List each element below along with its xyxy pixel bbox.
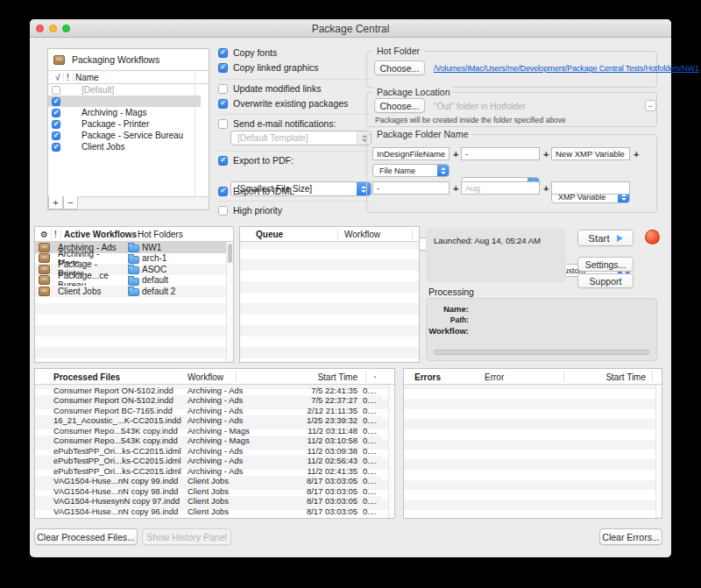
duration: 0.... [363, 395, 377, 405]
processed-file-row[interactable]: Consumer Report ON-5102.inddArchiving - … [35, 395, 382, 406]
processed-file-row[interactable]: Consumer Report ON-5102.inddArchiving - … [35, 385, 382, 395]
package-location-choose-button[interactable]: Choose... [374, 98, 425, 113]
export-idml-checkbox[interactable]: ✓ [218, 187, 228, 196]
processed-file-row[interactable]: ePubTestPP_Ori...ks-CC2015.idmlArchiving… [35, 465, 382, 476]
clear-errors-button[interactable]: Clear Errors... [599, 528, 662, 545]
column-header-start-time[interactable]: Start Time [570, 372, 646, 382]
column-header-hot-folders[interactable]: Hot Folders [138, 230, 183, 239]
copy-linked-graphics-checkbox[interactable]: ✓ [218, 63, 228, 73]
folder-icon [128, 256, 139, 264]
processed-file-row[interactable]: Consumer Report BC-7165.inddArchiving - … [35, 405, 382, 415]
update-modified-links-checkbox[interactable]: ✓ [218, 84, 228, 94]
active-workflow-row[interactable]: Package...ce Bureau default [35, 275, 226, 287]
processed-file-row[interactable]: VAG1504-Huse...nN copy 96.inddClient Job… [35, 506, 382, 516]
duration: 0.... [363, 476, 377, 485]
workflow-checkbox[interactable]: ✓ [52, 131, 60, 140]
high-priority-checkbox[interactable]: ✓ [218, 206, 228, 216]
processed-file-row[interactable]: ePubTestPP_Ori...ks-CC2015.idmlArchiving… [35, 456, 382, 466]
settings-button[interactable]: Settings... [577, 257, 634, 272]
folder-name-segment-2-input[interactable] [461, 147, 540, 160]
processed-file-row[interactable]: Consumer Repo...543K copy.inddArchiving … [35, 436, 382, 446]
processed-file-row[interactable]: VAG1504-Huse...nN copy 98.inddClient Job… [35, 485, 382, 496]
workflow-list-item[interactable]: ✓ Client Jobs [48, 141, 201, 152]
folder-icon [128, 278, 139, 286]
workflow-list-item[interactable]: ✓ [48, 96, 201, 107]
column-header-processed-files[interactable]: Processed Files [53, 372, 120, 382]
workflow-list-item[interactable]: ✓ Package - Service Bureau [48, 130, 201, 141]
column-header-alert[interactable]: ! [67, 73, 69, 82]
email-template-dropdown[interactable]: [Default Template] [230, 131, 372, 145]
workflow-checkbox[interactable]: ✓ [52, 97, 60, 106]
scrollbar-thumb[interactable] [228, 244, 232, 263]
workflow-checkbox[interactable]: ✓ [52, 86, 60, 95]
overwrite-existing-checkbox[interactable]: ✓ [218, 99, 228, 109]
column-header-active-workflows[interactable]: Active Workflows [64, 230, 137, 239]
start-button[interactable]: Start [577, 230, 634, 246]
gear-icon[interactable]: ⚙ [40, 230, 48, 239]
remove-workflow-button[interactable]: − [63, 196, 78, 209]
column-header-alert[interactable]: ! [54, 230, 57, 239]
processed-file-row[interactable]: VAG1504-HusesynN copy 97.inddClient Jobs… [35, 496, 382, 507]
hot-folder-path-link[interactable]: /Volumes/iMac/Users/me/Development/Packa… [434, 64, 699, 73]
workflow-checkbox[interactable]: ✓ [52, 143, 60, 152]
column-header-name[interactable]: Name [75, 73, 99, 82]
start-time: 7/5 22:37:27 [280, 395, 358, 405]
show-history-panel-button[interactable]: Show History Panel [142, 528, 231, 545]
workflow-name: Archiving - Ads [188, 456, 243, 465]
folder-name-segment-6-input[interactable] [551, 181, 630, 195]
support-button[interactable]: Support [577, 273, 634, 288]
overwrite-existing-option: ✓ Overwrite existing packages [218, 98, 348, 109]
file-name: Consumer Report BC-7165.indd [53, 406, 173, 415]
column-header-error[interactable]: Error [485, 372, 504, 382]
duration: 0.... [363, 486, 377, 496]
processed-file-row[interactable]: ePubTestPP_Ori...ks-CC2015.idmlArchiving… [35, 445, 382, 456]
errors-scrollbar[interactable] [655, 385, 662, 518]
workflow-list-item[interactable]: ✓ Archiving - Mags [48, 107, 201, 118]
add-workflow-button[interactable]: + [48, 196, 63, 209]
column-header-start-time[interactable]: Start Time [280, 372, 358, 382]
email-template-value: [Default Template] [237, 133, 308, 143]
processing-workflow-label: Workflow: [427, 326, 469, 336]
column-header-queue[interactable]: Queue [256, 230, 283, 239]
start-time: 8/17 03:03:05 [280, 496, 358, 506]
active-workflows-body: Archiving - Ads NW1 Archiving - Mags arc… [35, 242, 233, 362]
copy-fonts-checkbox[interactable]: ✓ [218, 48, 228, 58]
clear-processed-files-button[interactable]: Clear Processed Files... [34, 528, 138, 545]
duration: 0.... [363, 507, 377, 516]
check-icon: ✓ [220, 100, 226, 107]
workflow-name: Client Jobs [81, 142, 124, 152]
active-workflow-row[interactable]: Client Jobs default 2 [35, 286, 226, 297]
workflow-name: [Default] [81, 85, 114, 95]
folder-name-type-1-dropdown[interactable]: File Name [372, 164, 450, 177]
send-email-checkbox[interactable]: ✓ [218, 119, 228, 129]
clock-icon[interactable]: ◔ [372, 373, 377, 382]
processed-file-row[interactable]: Consumer Repo...543K copy.inddArchiving … [35, 425, 382, 436]
column-header-errors[interactable]: Errors [414, 372, 441, 382]
packaging-workflows-panel: Packaging Workflows √ ! Name ✓ [Default]… [47, 48, 209, 210]
workflow-list-item[interactable]: ✓ [Default] [48, 84, 201, 96]
workflow-checkbox[interactable]: ✓ [52, 109, 60, 117]
processed-file-row[interactable]: VAG1504-Huse...nN copy 99.inddClient Job… [35, 476, 382, 486]
folder-name-segment-4-input[interactable] [372, 181, 450, 195]
workflow-checkbox[interactable]: ✓ [52, 120, 60, 129]
high-priority-label: High priority [233, 205, 282, 216]
active-workflows-scrollbar[interactable] [226, 242, 233, 362]
column-header-workflow[interactable]: Workflow [344, 230, 380, 239]
folder-name-segment-1-input[interactable] [372, 147, 450, 160]
column-header-check[interactable]: √ [55, 73, 60, 82]
dropdown-stepper-icon [437, 165, 449, 176]
column-header-workflow[interactable]: Workflow [188, 372, 223, 382]
hot-folder-choose-button[interactable]: Choose... [374, 60, 425, 75]
folder-name-segment-3-input[interactable] [551, 147, 630, 160]
package-icon [39, 287, 50, 296]
export-pdf-checkbox[interactable]: ✓ [218, 156, 228, 166]
export-idml-option: ✓ Export to IDML [218, 186, 294, 196]
workflow-list-item[interactable]: ✓ Package - Printer [48, 118, 201, 130]
processed-files-table: Processed Files Workflow Start Time ◔ Co… [34, 368, 395, 519]
package-location-group: Package Location Choose... "Out" folder … [366, 92, 657, 127]
processed-files-scrollbar[interactable] [388, 385, 394, 518]
processed-file-row[interactable]: 16_21_Acoustic_...K-CC2015.inddArchiving… [35, 415, 382, 426]
workflow-name: Archiving - Mags [81, 108, 146, 117]
folder-name-segment-5-input[interactable] [461, 181, 540, 195]
remove-location-button[interactable]: − [645, 100, 656, 111]
